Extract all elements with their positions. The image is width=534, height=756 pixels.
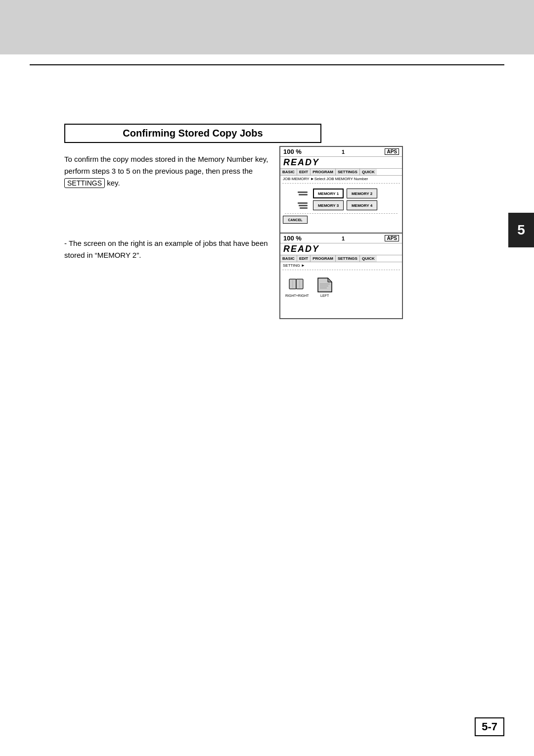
screen2-aps: APS	[385, 235, 399, 241]
screen1-num: 1	[342, 149, 345, 155]
body-text-2: key.	[107, 179, 120, 187]
mem-icon-2	[298, 201, 310, 210]
icon-block-right-right: RIGHT+RIGHT	[285, 276, 309, 297]
screen-mockup-2: 100 % 1 APS READY BASIC EDIT PROGRAM SET…	[279, 233, 403, 319]
screen2-percent: 100 %	[283, 235, 302, 242]
memory-btn-4[interactable]: MEMORY 4	[347, 200, 377, 210]
screen1-percent: 100 %	[283, 148, 302, 155]
memory-row-1: MEMORY 1 MEMORY 2	[298, 189, 400, 198]
settings-key-label: SETTINGS	[64, 178, 105, 188]
screen2-tab-settings[interactable]: SETTINGS	[336, 255, 360, 262]
right-right-icon	[288, 276, 306, 294]
top-banner	[0, 0, 534, 54]
icon-block-left: LEFT	[316, 276, 334, 297]
screen2-breadcrumb: SETTING ►	[280, 262, 402, 269]
screen1-breadcrumb: JOB MEMORY ►Select JOB MEMORY Number	[280, 176, 402, 182]
screen1-tab-settings[interactable]: SETTINGS	[336, 169, 360, 175]
screen2-tabs: BASIC EDIT PROGRAM SETTINGS QUICK	[280, 255, 402, 262]
screen1-divider	[282, 183, 400, 184]
screen1-tab-quick[interactable]: QUICK	[360, 169, 377, 175]
screen1-ready: READY	[280, 157, 402, 168]
screen1-tab-program[interactable]: PROGRAM	[311, 169, 336, 175]
screen2-num: 1	[342, 236, 345, 241]
page-number: 5-7	[475, 717, 504, 736]
screen1-status-bar: 100 % 1 APS	[280, 147, 402, 157]
section-title-box: Confirming Stored Copy Jobs	[64, 124, 321, 143]
screen2-divider	[282, 270, 400, 270]
screen1-aps: APS	[385, 148, 399, 155]
left-label: LEFT	[320, 294, 329, 297]
screen2-status-bar: 100 % 1 APS	[280, 234, 402, 243]
screen2-tab-basic[interactable]: BASIC	[280, 255, 297, 262]
bullet-text-content: - The screen on the right is an example …	[64, 239, 268, 259]
right-right-label: RIGHT+RIGHT	[285, 294, 309, 297]
cancel-button[interactable]: CANCEL	[283, 216, 308, 224]
mem-icon-1	[298, 189, 310, 198]
screen2-ready: READY	[280, 243, 402, 255]
memory-btn-1[interactable]: MEMORY 1	[313, 189, 344, 198]
screen1-divider2	[285, 213, 398, 214]
side-tab: 5	[508, 213, 534, 247]
side-tab-number: 5	[517, 222, 525, 238]
screen1-tab-basic[interactable]: BASIC	[280, 169, 297, 175]
body-text-1: To confirm the copy modes stored in the …	[64, 155, 268, 175]
memory-row-2: MEMORY 3 MEMORY 4	[298, 200, 400, 210]
memory-btn-3[interactable]: MEMORY 3	[313, 200, 344, 210]
screen2-tab-program[interactable]: PROGRAM	[311, 255, 336, 262]
screen1-tab-edit[interactable]: EDIT	[297, 169, 311, 175]
memory-grid: MEMORY 1 MEMORY 2 MEMORY 3 MEMORY 4	[298, 189, 400, 210]
screen2-tab-quick[interactable]: QUICK	[360, 255, 377, 262]
svg-marker-7	[328, 278, 332, 282]
body-text: To confirm the copy modes stored in the …	[64, 153, 272, 189]
screen2-tab-edit[interactable]: EDIT	[297, 255, 311, 262]
bullet-text: - The screen on the right is an example …	[64, 237, 272, 261]
screen2-icons: RIGHT+RIGHT LEFT	[280, 271, 402, 302]
top-rule	[30, 64, 504, 65]
screen1-tabs: BASIC EDIT PROGRAM SETTINGS QUICK	[280, 168, 402, 176]
section-title: Confirming Stored Copy Jobs	[123, 128, 263, 139]
screen1-body: MEMORY 1 MEMORY 2 MEMORY 3 MEMORY 4 CANC…	[280, 185, 402, 226]
memory-btn-2[interactable]: MEMORY 2	[347, 189, 377, 198]
left-icon	[316, 276, 334, 294]
